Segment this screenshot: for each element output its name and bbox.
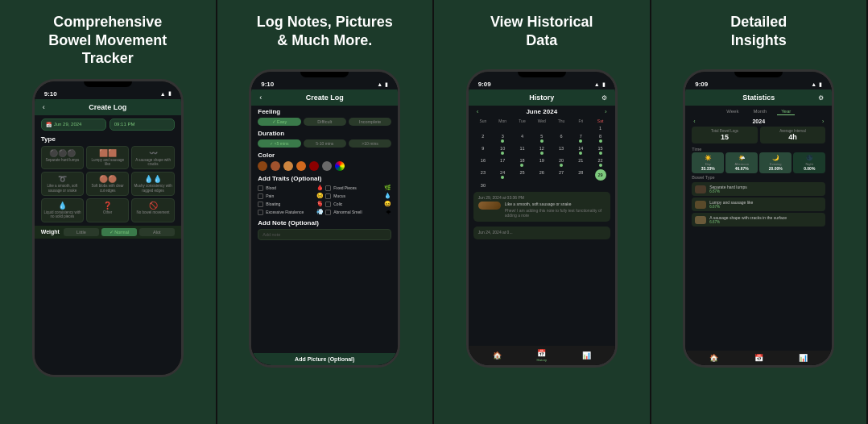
back-icon[interactable]: ‹ [43,103,45,111]
type-cell-2[interactable]: 🟫🟫 Lumpy and sausage like [86,146,129,170]
cal-day-28[interactable]: 28 [571,168,590,181]
cal-day-21[interactable]: 21 [571,156,590,168]
cal-day-12[interactable]: 12 [532,144,552,156]
cal-day-10[interactable]: 10 [493,144,512,156]
color-1[interactable] [258,161,267,171]
trait-check-mucus[interactable] [325,193,331,199]
cal-day-19[interactable]: 19 [532,156,552,168]
type-cell-9[interactable]: 🚫 No bowel movement [131,198,174,222]
trait-check-blood[interactable] [258,185,263,191]
duration-more[interactable]: >10 mins [349,139,391,148]
color-3[interactable] [283,161,293,171]
cal-day-24[interactable]: 24 [493,168,512,181]
cal-day-17[interactable]: 17 [493,156,512,168]
trait-check-smell[interactable] [325,210,331,215]
type-cell-3[interactable]: 〰️ A sausage shape with cracks [131,146,174,170]
cal-day-7[interactable]: 7 [571,132,590,144]
feeling-difficult[interactable]: Difficult [304,118,346,126]
cal-day-8[interactable]: 8 [590,132,610,144]
trait-colic[interactable]: Colic 😖 [325,201,391,207]
cal-prev[interactable]: ‹ [477,108,479,115]
weight-little[interactable]: Little [64,228,99,236]
cal-day-11[interactable]: 11 [512,144,531,156]
wifi-icon-3: ▲ [594,81,600,87]
type-cell-8[interactable]: ❓ Other [86,198,129,222]
p4-nav-history[interactable]: 📅 [754,354,763,362]
trait-flatulence[interactable]: Excessive Flatulence 💨 [258,209,324,215]
trait-fixed[interactable]: Fixed Pieces 🌿 [325,185,391,191]
cal-day-6[interactable]: 6 [552,132,571,144]
weight-alot[interactable]: Alot [139,228,175,236]
cal-day-29[interactable]: 29 [595,169,606,181]
weight-normal[interactable]: ✓ Normal [101,228,137,236]
type-cell-6[interactable]: 💧💧 Mushy consistency with ragged edges [131,172,174,196]
entry-1[interactable]: Jun 29, 2024 at 03:36 PM Like a smooth, … [473,192,610,222]
cal-day-27[interactable]: 27 [552,168,571,181]
duration-10[interactable]: 5-10 mins [304,139,346,148]
cal-day-18[interactable]: 18 [512,156,531,168]
cal-day-9[interactable]: 9 [473,144,493,156]
cal-day-5[interactable]: 5 [532,132,552,144]
trait-check-pain[interactable] [258,193,263,199]
cal-day-3[interactable]: 3 [493,132,512,144]
color-2[interactable] [271,161,280,171]
date-box[interactable]: 📅 Jun 29, 2024 [41,118,106,131]
cal-day-16[interactable]: 16 [473,156,493,168]
type-cell-4[interactable]: ➰ Like a smooth, soft sausage or snake [41,172,84,196]
cal-day-14[interactable]: 14 [571,144,590,156]
duration-5[interactable]: ✓ <5 mins [258,139,300,148]
cal-day-15[interactable]: 15 [590,144,610,156]
cal-next[interactable]: › [605,108,607,115]
trait-check-flatulence[interactable] [258,210,263,215]
nav-stats[interactable]: 📊 [582,351,591,360]
cal-day-1[interactable]: 1 [590,124,610,132]
nav-history[interactable]: 📅 History [537,349,547,362]
tab-week[interactable]: Week [722,108,742,115]
entry-2[interactable]: Jun 24, 2024 at 0... [473,227,610,239]
add-note-box[interactable]: Add note [258,229,391,240]
trait-smell[interactable]: Abnormal Smell 🌪 [325,209,391,215]
gear-icon[interactable]: ⚙ [601,94,607,102]
tab-month[interactable]: Month [749,108,771,115]
trait-mucus[interactable]: Mucus 💧 [325,193,391,199]
cal-day-23[interactable]: 23 [473,168,493,181]
back-icon-2[interactable]: ‹ [259,94,262,102]
feeling-easy[interactable]: ✓ Easy [258,118,300,126]
year-next[interactable]: › [822,118,824,124]
tab-year[interactable]: Year [777,108,795,115]
cal-day-25[interactable]: 25 [512,168,531,181]
color-5[interactable] [309,161,319,171]
cal-day-20[interactable]: 20 [552,156,571,168]
time-bars: ☀️ Day 33.33% 🌤️ Afternoon 46.67% 🌙 Even… [685,152,832,173]
year-prev[interactable]: ‹ [693,118,695,124]
color-4[interactable] [296,161,306,171]
color-6[interactable] [322,161,332,171]
add-picture-bar[interactable]: Add Picture (Optional) [251,353,398,365]
type-cell-7[interactable]: 💧 Liquid consistency with no solid piece… [41,198,84,222]
type-cell-1[interactable]: ⚫⚫⚫ Separate hard lumps [41,146,84,170]
trait-pain[interactable]: Pain 😣 [258,193,324,199]
cal-day-2[interactable]: 2 [473,132,493,144]
color-7[interactable] [335,161,345,171]
cal-day-22[interactable]: 22 [590,156,610,168]
type-cell-5[interactable]: 🟤🟤 Soft blobs with clear cut edges [86,172,129,196]
p4-nav-stats[interactable]: 📊 [799,354,808,362]
day-tue: Tue [512,118,531,124]
trait-blood[interactable]: Blood 🩸 [258,185,324,191]
cal-day-30[interactable]: 30 [473,181,493,189]
trait-check-colic[interactable] [325,202,331,207]
gear-icon-4[interactable]: ⚙ [818,94,824,102]
time-box[interactable]: 09:11 PM [110,118,175,131]
cal-day-13[interactable]: 13 [552,144,571,156]
p4-nav-home[interactable]: 🏠 [709,354,718,362]
cal-day-4[interactable]: 4 [512,132,531,144]
trait-bloating[interactable]: Bloating 🫀 [258,201,324,207]
weight-options: Little ✓ Normal Alot [64,228,175,236]
feeling-incomplete[interactable]: Incomplete [349,118,391,126]
trait-check-bloating[interactable] [258,202,263,207]
day-mon: Mon [493,118,512,124]
nav-home[interactable]: 🏠 [493,351,502,360]
trait-check-fixed[interactable] [325,185,331,191]
type-icon-9: 🚫 [149,202,158,210]
cal-day-26[interactable]: 26 [532,168,552,181]
